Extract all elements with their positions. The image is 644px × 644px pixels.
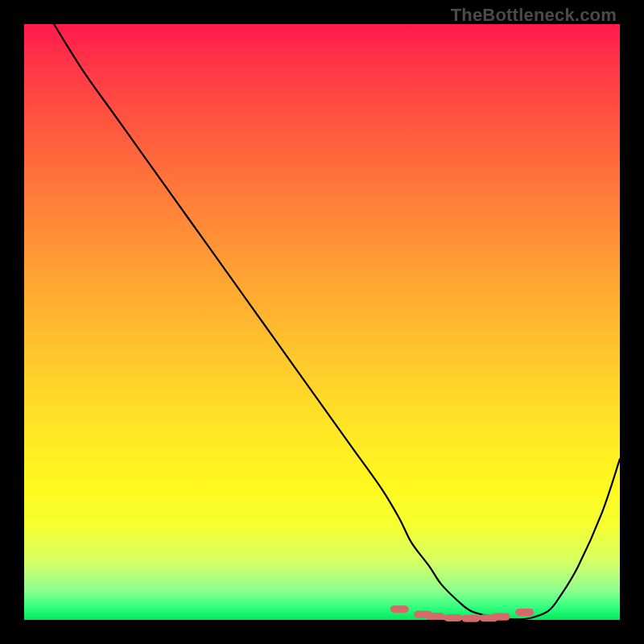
chart-frame [24,24,620,620]
highlight-dots-group [394,609,530,618]
bottleneck-curve-line [54,24,620,619]
watermark-text: TheBottleneck.com [451,5,617,26]
chart-svg [24,24,620,620]
